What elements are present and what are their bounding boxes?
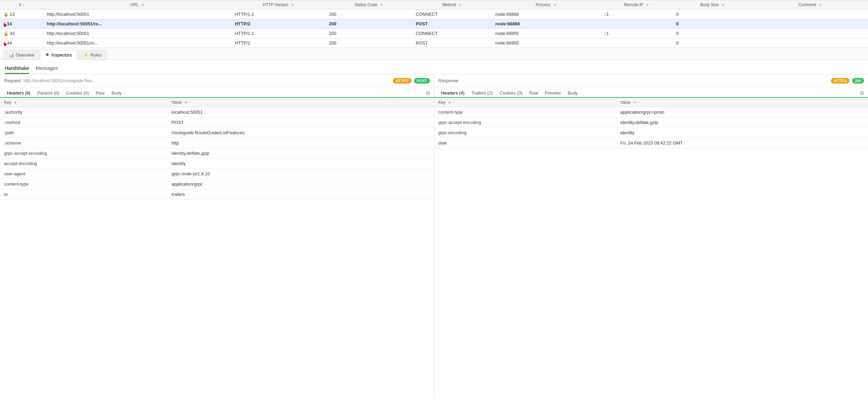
- col-body-header[interactable]: Body Size ▼: [673, 0, 752, 10]
- response-status-badge: 200: [852, 78, 864, 84]
- tab-messages[interactable]: Messages: [36, 63, 58, 74]
- col-num-header[interactable]: # ↑: [0, 0, 44, 10]
- header-key: :path: [0, 128, 168, 138]
- req-tab-headers[interactable]: Headers (9): [4, 89, 33, 98]
- row-url: http://localhost:50051: [44, 29, 232, 38]
- header-key: grpc-accept-encoding: [0, 148, 168, 159]
- row-url: http://localhost:50051/ro...: [44, 38, 232, 48]
- header-key: grpc-accept-encoding: [434, 117, 616, 128]
- tab-overview[interactable]: 📊 Overview: [3, 50, 39, 60]
- tab-handshake[interactable]: Handshake: [5, 63, 29, 74]
- col-ip-header[interactable]: Remote IP ▼: [600, 0, 673, 10]
- header-key: date: [434, 138, 616, 148]
- res-tab-raw[interactable]: Raw: [526, 89, 541, 98]
- header-value: identity,deflate,gzip: [168, 148, 434, 159]
- col-process-header[interactable]: Process ▼: [492, 0, 600, 10]
- header-key: content-type: [0, 179, 168, 189]
- request-http-badge: HTTP/2: [393, 78, 411, 84]
- response-headers-table: Key ▼ Value ▼ content-type application/g…: [434, 98, 868, 148]
- row-body: 0: [673, 19, 752, 29]
- tab-rules[interactable]: ⚡ Rules: [78, 50, 107, 60]
- filter-icon: ▼: [14, 101, 17, 104]
- row-process: node:66950: [492, 29, 600, 38]
- row-num: 🔒 43: [0, 29, 44, 38]
- res-tab-trailers[interactable]: Trailers (2): [469, 89, 495, 98]
- response-headers-scroll: Key ▼ Value ▼ content-type application/g…: [434, 98, 868, 400]
- header-key: accept-encoding: [0, 159, 168, 169]
- col-comment-header[interactable]: Comment ▼: [752, 0, 868, 10]
- header-key: :authority: [0, 107, 168, 117]
- table-row[interactable]: 🔒 13 http://localhost:50051 HTTP/1.1 200…: [0, 10, 868, 19]
- header-key: user-agent: [0, 169, 168, 179]
- request-headers-scroll: Key ▼ Value ▼ :authority localhost:50051…: [0, 98, 434, 400]
- eye-icon: 👁: [45, 52, 50, 58]
- tab-inspectors[interactable]: 👁 Inspectors: [40, 50, 77, 60]
- req-value-header[interactable]: Value ▼: [168, 98, 434, 107]
- table-row[interactable]: ġ 44 http://localhost:50051/ro... HTTP/2…: [0, 38, 868, 48]
- response-panel-tabs: Headers (4) Trailers (2) Cookies (0) Raw…: [434, 87, 868, 98]
- header-key: grpc-encoding: [434, 128, 616, 138]
- header-value: identity: [616, 128, 868, 138]
- row-status: 200: [325, 19, 412, 29]
- list-item: :scheme http: [0, 138, 434, 148]
- row-status: 200: [325, 29, 412, 38]
- row-comment: [752, 38, 868, 48]
- req-tab-cookies[interactable]: Cookies (0): [63, 89, 91, 98]
- row-num: ġ 14: [0, 19, 44, 29]
- grpc-icon: ġ: [3, 41, 6, 45]
- request-panel-tabs: Headers (9) Params (0) Cookies (0) Raw B…: [0, 87, 434, 98]
- res-key-header[interactable]: Key ▼: [434, 98, 616, 107]
- filter-icon: ▼: [448, 101, 451, 104]
- res-value-header[interactable]: Value ▼: [616, 98, 868, 107]
- copy-response-icon[interactable]: ⧉: [860, 90, 864, 96]
- table-row[interactable]: ġ 14 http://localhost:50051/ro... HTTP/2…: [0, 19, 868, 29]
- list-item: date Fri, 24 Feb 2023 09:42:22 GMT: [434, 138, 868, 148]
- col-url-header[interactable]: URL ▼: [44, 0, 232, 10]
- header-value: POST: [168, 117, 434, 128]
- filter-icon: ▼: [646, 3, 649, 7]
- filter-icon: ▼: [819, 3, 822, 7]
- col-method-header[interactable]: Method ▼: [412, 0, 492, 10]
- res-tab-cookies[interactable]: Cookies (0): [497, 89, 525, 98]
- res-tab-headers[interactable]: Headers (4): [438, 89, 468, 98]
- copy-request-icon[interactable]: ⧉: [426, 90, 430, 96]
- row-ip: ::1: [600, 10, 673, 19]
- filter-icon: ▼: [553, 3, 557, 7]
- request-label: Request: [4, 78, 21, 83]
- header-key: content-type: [434, 107, 616, 117]
- col-status-header[interactable]: Status Code ▼: [325, 0, 412, 10]
- header-key: te: [0, 189, 168, 200]
- row-body: 0: [673, 29, 752, 38]
- tab-bar: 📊 Overview 👁 Inspectors ⚡ Rules: [0, 48, 868, 60]
- row-ip: [600, 38, 673, 48]
- row-method: POST: [412, 38, 492, 48]
- table-row[interactable]: 🔒 43 http://localhost:50051 HTTP/1.1 200…: [0, 29, 868, 38]
- list-item: accept-encoding identity: [0, 159, 434, 169]
- header-key: :scheme: [0, 138, 168, 148]
- row-comment: [752, 29, 868, 38]
- request-headers-table: Key ▼ Value ▼ :authority localhost:50051…: [0, 98, 434, 200]
- list-item: grpc-accept-encoding identity,deflate,gz…: [434, 117, 868, 128]
- row-comment: [752, 19, 868, 29]
- row-process: node:66950: [492, 38, 600, 48]
- header-value: /routeguide.RouteGuide/ListFeatures: [168, 128, 434, 138]
- tab-overview-label: Overview: [16, 52, 34, 58]
- filter-icon: ▼: [291, 3, 294, 7]
- lock-icon: 🔒: [3, 12, 9, 17]
- grpc-icon: ġ: [3, 22, 6, 26]
- req-tab-body[interactable]: Body: [109, 89, 124, 98]
- req-tab-params[interactable]: Params (0): [35, 89, 62, 98]
- row-body: 0: [673, 38, 752, 48]
- row-http: HTTP/1.1: [232, 10, 326, 19]
- req-tab-raw[interactable]: Raw: [93, 89, 107, 98]
- filter-icon: ▼: [721, 3, 725, 7]
- filter-icon: ▼: [633, 101, 636, 104]
- lightning-icon: ⚡: [83, 52, 88, 58]
- list-item: user-agent grpc-node-js/1.8.10: [0, 169, 434, 179]
- row-num: ġ 44: [0, 38, 44, 48]
- res-tab-preview[interactable]: Preview: [542, 89, 563, 98]
- col-http-header[interactable]: HTTP Version ▼: [232, 0, 326, 10]
- header-value: Fri, 24 Feb 2023 09:42:22 GMT: [616, 138, 868, 148]
- res-tab-body[interactable]: Body: [565, 89, 581, 98]
- req-key-header[interactable]: Key ▼: [0, 98, 168, 107]
